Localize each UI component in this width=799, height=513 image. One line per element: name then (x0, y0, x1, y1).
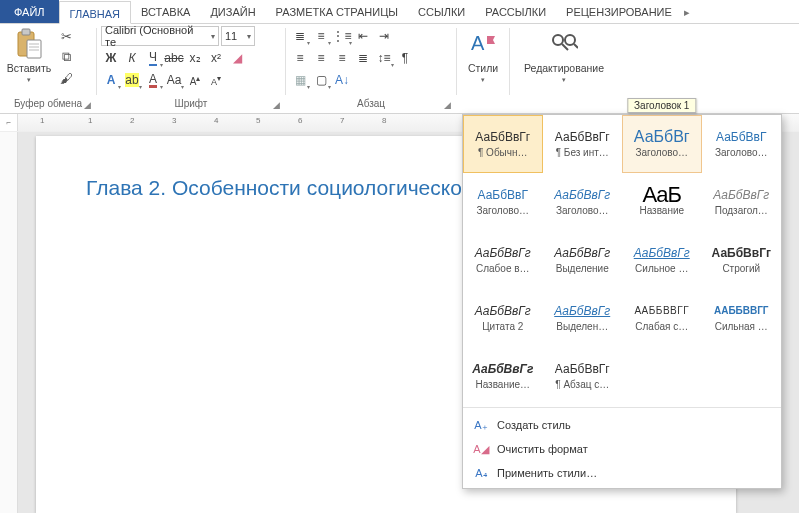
font-launcher[interactable]: ◢ (273, 101, 283, 111)
svg-point-9 (565, 35, 575, 45)
decrease-indent-button[interactable]: ⇤ (353, 26, 373, 46)
style-preview: АаБбВвГг (475, 246, 531, 260)
change-case-button[interactable]: Aa▾ (164, 70, 184, 90)
style-item-15[interactable]: АаБбВвГгСильная … (702, 289, 782, 347)
group-styles: A Стили ▾ (457, 24, 509, 113)
text-effects-button[interactable]: A▾ (101, 70, 121, 90)
align-left-button[interactable]: ≡ (290, 48, 310, 68)
increase-indent-button[interactable]: ⇥ (374, 26, 394, 46)
style-item-12[interactable]: АаБбВвГгЦитата 2 (463, 289, 543, 347)
underline-icon: Ч (149, 50, 157, 66)
clear-format-label: Очистить формат (497, 443, 588, 455)
bold-button[interactable]: Ж (101, 48, 121, 68)
clear-formatting-icon: ◢ (233, 51, 242, 65)
underline-button[interactable]: Ч▾ (143, 48, 163, 68)
grow-font-icon: A▴ (190, 73, 201, 87)
font-color-button[interactable]: A▾ (143, 70, 163, 90)
group-editing: Редактирование ▾ (510, 24, 620, 113)
clear-format-menu-item[interactable]: A◢ Очистить формат (463, 437, 781, 461)
subscript-button[interactable]: x₂ (185, 48, 205, 68)
style-item-6[interactable]: АаБНазвание (622, 173, 702, 231)
shading-button[interactable]: ▦▾ (290, 70, 310, 90)
style-preview: АаБбВвГг (634, 304, 689, 318)
align-center-button[interactable]: ≡ (311, 48, 331, 68)
borders-button[interactable]: ▢▾ (311, 70, 331, 90)
grow-font-button[interactable]: A▴ (185, 70, 205, 90)
format-painter-button[interactable]: 🖌 (56, 68, 76, 88)
style-label: Заголово… (635, 147, 688, 158)
align-center-icon: ≡ (317, 51, 324, 65)
svg-text:A: A (471, 32, 485, 54)
bullets-button[interactable]: ≣▾ (290, 26, 310, 46)
styles-button[interactable]: A Стили ▾ (461, 26, 505, 86)
tab-design[interactable]: ДИЗАЙН (200, 0, 265, 23)
style-item-13[interactable]: АаБбВвГгВыделен… (543, 289, 623, 347)
style-preview: АаБбВвГг (713, 188, 769, 202)
superscript-button[interactable]: x² (206, 48, 226, 68)
style-item-0[interactable]: АаБбВвГг¶ Обычн… (463, 115, 543, 173)
apply-styles-icon: A₄ (473, 465, 489, 481)
italic-button[interactable]: К (122, 48, 142, 68)
svg-line-10 (574, 44, 578, 48)
ruler-corner: ⌐ (0, 114, 18, 131)
paste-button[interactable]: Вставить ▾ (4, 26, 54, 86)
tab-page-layout[interactable]: РАЗМЕТКА СТРАНИЦЫ (266, 0, 408, 23)
apply-styles-menu-item[interactable]: A₄ Применить стили… (463, 461, 781, 485)
group-paragraph: ≣▾ ≡▾ ⋮≡▾ ⇤ ⇥ ≡ ≡ ≡ ≣ ↕≡▾ ¶ ▦▾ ▢▾ A↓ Абз… (286, 24, 456, 113)
pilcrow-icon: ¶ (402, 51, 408, 65)
multilevel-button[interactable]: ⋮≡▾ (332, 26, 352, 46)
numbering-button[interactable]: ≡▾ (311, 26, 331, 46)
style-label: Заголово… (715, 147, 768, 158)
sort-button[interactable]: A↓ (332, 70, 352, 90)
style-preview: АаБбВвГг (475, 304, 531, 318)
paragraph-launcher[interactable]: ◢ (444, 101, 454, 111)
style-item-4[interactable]: АаБбВвГЗаголово… (463, 173, 543, 231)
style-label: Слабое в… (476, 263, 530, 274)
style-item-9[interactable]: АаБбВвГгВыделение (543, 231, 623, 289)
style-item-8[interactable]: АаБбВвГгСлабое в… (463, 231, 543, 289)
vertical-ruler[interactable] (0, 132, 18, 513)
line-spacing-button[interactable]: ↕≡▾ (374, 48, 394, 68)
cut-button[interactable]: ✂ (56, 26, 76, 46)
style-item-10[interactable]: АаБбВвГгСильное … (622, 231, 702, 289)
highlight-icon: ab (125, 73, 139, 87)
align-right-icon: ≡ (338, 51, 345, 65)
style-preview: АаБбВвГг (714, 304, 769, 318)
style-item-17[interactable]: АаБбВвГг¶ Абзац с… (543, 347, 623, 405)
show-marks-button[interactable]: ¶ (395, 48, 415, 68)
bullets-icon: ≣ (295, 29, 305, 43)
tab-mailings[interactable]: РАССЫЛКИ (475, 0, 556, 23)
tab-home[interactable]: ГЛАВНАЯ (59, 1, 131, 24)
tab-review[interactable]: РЕЦЕНЗИРОВАНИЕ (556, 0, 682, 23)
justify-button[interactable]: ≣ (353, 48, 373, 68)
style-item-2[interactable]: АаБбВгЗаголово…Заголовок 1 (622, 115, 702, 173)
create-style-icon: A₊ (473, 417, 489, 433)
style-item-1[interactable]: АаБбВвГг¶ Без инт… (543, 115, 623, 173)
style-item-16[interactable]: АаБбВвГгНазвание… (463, 347, 543, 405)
style-preview: АаБбВвГг (554, 188, 610, 202)
strikethrough-button[interactable]: abc (164, 48, 184, 68)
highlight-button[interactable]: ab▾ (122, 70, 142, 90)
style-preview: АаБбВвГг (712, 246, 771, 260)
copy-button[interactable]: ⧉ (56, 47, 76, 67)
clear-formatting-button[interactable]: ◢ (227, 48, 247, 68)
font-name-combo[interactable]: Calibri (Основной те ▾ (101, 26, 219, 46)
tab-insert[interactable]: ВСТАВКА (131, 0, 200, 23)
tab-references[interactable]: ССЫЛКИ (408, 0, 475, 23)
tab-file[interactable]: ФАЙЛ (0, 0, 59, 23)
style-preview: АаБбВвГг (634, 246, 690, 260)
style-preview: АаБбВвГг (555, 362, 610, 376)
ribbon-tabs: ФАЙЛ ГЛАВНАЯ ВСТАВКА ДИЗАЙН РАЗМЕТКА СТР… (0, 0, 799, 24)
style-item-5[interactable]: АаБбВвГгЗаголово… (543, 173, 623, 231)
clipboard-launcher[interactable]: ◢ (84, 101, 94, 111)
font-size-combo[interactable]: 11 ▾ (221, 26, 255, 46)
tab-scroll-right[interactable]: ▸ (682, 0, 692, 23)
style-item-7[interactable]: АаБбВвГгПодзагол… (702, 173, 782, 231)
style-item-14[interactable]: АаБбВвГгСлабая с… (622, 289, 702, 347)
create-style-menu-item[interactable]: A₊ Создать стиль (463, 413, 781, 437)
style-item-11[interactable]: АаБбВвГгСтрогий (702, 231, 782, 289)
align-right-button[interactable]: ≡ (332, 48, 352, 68)
editing-button[interactable]: Редактирование ▾ (514, 26, 614, 86)
style-item-3[interactable]: АаБбВвГЗаголово… (702, 115, 782, 173)
shrink-font-button[interactable]: A▾ (206, 70, 226, 90)
